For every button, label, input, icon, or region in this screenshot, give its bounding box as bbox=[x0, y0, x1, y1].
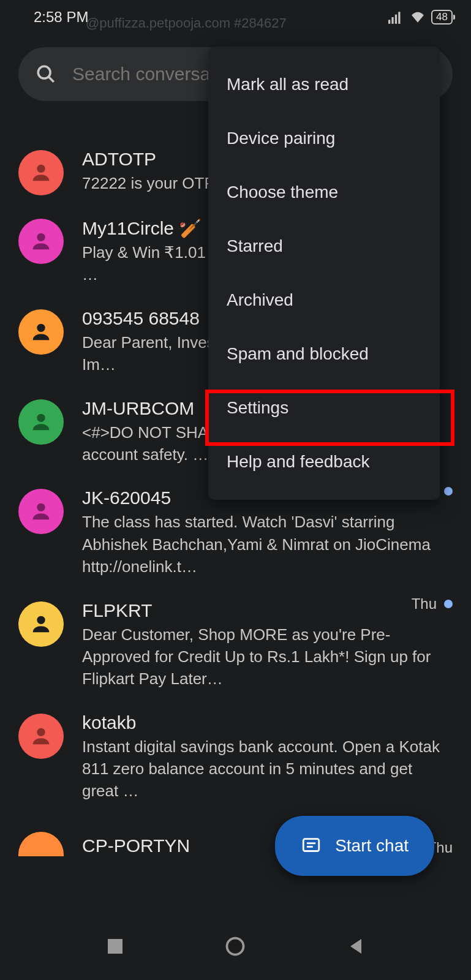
menu-item-mark-all-read[interactable]: Mark all as read bbox=[208, 58, 440, 111]
menu-item-archived[interactable]: Archived bbox=[208, 273, 440, 327]
menu-item-settings[interactable]: Settings bbox=[208, 381, 440, 435]
conversation-row[interactable]: FLPKRT Dear Customer, Shop MORE as you'r… bbox=[18, 589, 453, 701]
sender-name: CP-PORTYN bbox=[82, 835, 190, 856]
row-meta: Thu bbox=[412, 595, 453, 612]
person-icon bbox=[29, 499, 53, 524]
svg-rect-3 bbox=[398, 12, 400, 24]
menu-item-starred[interactable]: Starred bbox=[208, 219, 440, 273]
nav-recent-icon[interactable] bbox=[104, 935, 126, 957]
menu-item-device-pairing[interactable]: Device pairing bbox=[208, 111, 440, 165]
wifi-icon bbox=[409, 10, 426, 24]
person-icon bbox=[29, 410, 53, 434]
menu-item-spam-blocked[interactable]: Spam and blocked bbox=[208, 327, 440, 381]
fab-label: Start chat bbox=[335, 836, 409, 856]
avatar[interactable] bbox=[18, 489, 64, 534]
avatar[interactable] bbox=[18, 219, 64, 264]
avatar[interactable] bbox=[18, 150, 64, 195]
svg-rect-2 bbox=[395, 14, 397, 23]
chat-icon bbox=[301, 835, 322, 856]
android-navbar bbox=[0, 928, 471, 965]
person-icon bbox=[29, 160, 53, 185]
avatar[interactable] bbox=[18, 399, 64, 445]
status-time: 2:58 PM bbox=[34, 9, 88, 26]
avatar[interactable] bbox=[18, 714, 64, 759]
overflow-menu: Mark all as read Device pairing Choose t… bbox=[208, 47, 440, 500]
svg-rect-1 bbox=[391, 17, 393, 24]
avatar[interactable] bbox=[18, 832, 64, 856]
svg-point-4 bbox=[38, 66, 50, 78]
menu-item-choose-theme[interactable]: Choose theme bbox=[208, 165, 440, 219]
search-icon bbox=[36, 64, 56, 85]
menu-item-help-feedback[interactable]: Help and feedback bbox=[208, 435, 440, 489]
svg-point-10 bbox=[37, 503, 45, 511]
svg-point-17 bbox=[227, 938, 244, 955]
battery-indicator: 48 bbox=[431, 10, 453, 24]
status-icons: 48 bbox=[388, 10, 453, 24]
svg-point-9 bbox=[37, 413, 45, 421]
faded-notification-text: @puffizza.petpooja.com #284627 bbox=[86, 15, 287, 31]
svg-point-8 bbox=[37, 323, 45, 331]
sender-name: kotakb bbox=[82, 712, 453, 733]
person-icon bbox=[29, 229, 53, 254]
svg-point-12 bbox=[37, 728, 45, 736]
svg-line-5 bbox=[48, 77, 54, 82]
svg-point-7 bbox=[37, 233, 45, 241]
start-chat-button[interactable]: Start chat bbox=[275, 816, 434, 876]
person-icon bbox=[29, 320, 53, 344]
svg-point-11 bbox=[37, 616, 45, 624]
timestamp: Thu bbox=[412, 595, 437, 612]
message-snippet: Instant digital savings bank account. Op… bbox=[82, 736, 453, 802]
unread-dot bbox=[444, 600, 453, 608]
svg-rect-16 bbox=[108, 939, 122, 954]
svg-rect-13 bbox=[303, 839, 319, 851]
nav-home-icon[interactable] bbox=[224, 935, 246, 957]
person-icon bbox=[29, 724, 53, 748]
unread-dot bbox=[444, 487, 453, 496]
nav-back-icon[interactable] bbox=[345, 935, 367, 957]
svg-rect-0 bbox=[388, 20, 390, 24]
avatar[interactable] bbox=[18, 601, 64, 647]
sender-name: FLPKRT bbox=[82, 600, 453, 621]
signal-icon bbox=[388, 10, 404, 24]
svg-point-6 bbox=[37, 165, 45, 173]
message-snippet: The class has started. Watch 'Dasvi' sta… bbox=[82, 511, 453, 578]
avatar[interactable] bbox=[18, 309, 64, 355]
person-icon bbox=[29, 612, 53, 636]
message-snippet: Dear Customer, Shop MORE as you're Pre-A… bbox=[82, 624, 453, 690]
conversation-row[interactable]: kotakb Instant digital savings bank acco… bbox=[18, 701, 453, 813]
